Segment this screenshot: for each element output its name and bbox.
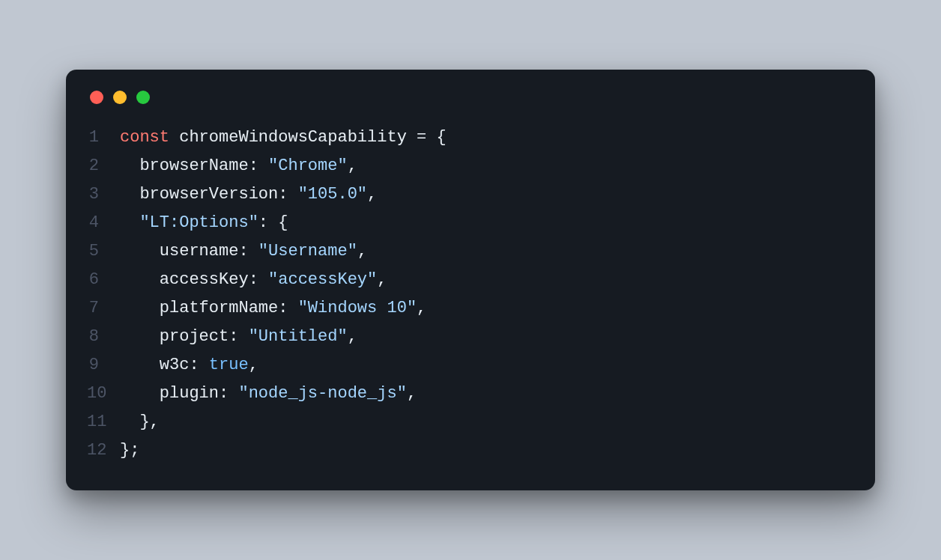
token-punct: : <box>278 299 297 317</box>
line-number: 8 <box>87 323 120 351</box>
code-line: 11 }, <box>87 408 854 436</box>
code-line: 5 username: "Username", <box>87 237 854 266</box>
traffic-lights <box>90 91 854 104</box>
token-punct: : <box>249 270 268 289</box>
token-indent <box>120 156 139 175</box>
token-punct: : <box>219 384 238 403</box>
token-punct: , <box>407 384 417 403</box>
token-variable: chromeWindowsCapability <box>179 128 407 147</box>
token-indent <box>120 242 160 261</box>
token-string: "Untitled" <box>249 327 348 346</box>
code-content: browserVersion: "105.0", <box>120 180 377 209</box>
line-number: 4 <box>87 209 120 237</box>
token-indent <box>120 384 160 403</box>
code-line: 4 "LT:Options": { <box>87 209 854 237</box>
token-indent <box>120 299 160 317</box>
token-punct: : { <box>258 213 288 232</box>
token-punct: , <box>377 270 387 289</box>
code-line: 6 accessKey: "accessKey", <box>87 266 854 294</box>
token-property: browserName <box>139 156 248 175</box>
line-number: 7 <box>87 294 120 323</box>
token-punct: , <box>348 327 357 346</box>
code-line: 12 }; <box>87 436 854 465</box>
code-area[interactable]: 1 const chromeWindowsCapability = { 2 br… <box>87 124 854 465</box>
token-string: "LT:Options" <box>139 213 258 232</box>
line-number: 3 <box>87 180 120 209</box>
token-punct: , <box>357 242 367 261</box>
line-number: 2 <box>87 152 120 180</box>
code-content: browserName: "Chrome", <box>120 152 357 180</box>
minimize-icon[interactable] <box>113 91 127 104</box>
token-indent <box>120 213 139 232</box>
line-number: 11 <box>87 408 120 436</box>
token-property: username <box>160 242 239 261</box>
code-content: w3c: true, <box>120 351 258 380</box>
line-number: 9 <box>87 351 120 380</box>
code-content: plugin: "node_js-node_js", <box>120 380 417 408</box>
line-number: 12 <box>87 436 120 465</box>
token-boolean: true <box>209 356 249 374</box>
token-property: accessKey <box>160 270 249 289</box>
token-string: "105.0" <box>298 185 367 204</box>
token-string: "node_js-node_js" <box>238 384 406 403</box>
token-indent <box>120 185 139 204</box>
token-string: "Windows 10" <box>298 299 417 317</box>
code-content: accessKey: "accessKey", <box>120 266 387 294</box>
token-indent <box>120 270 160 289</box>
code-content: const chromeWindowsCapability = { <box>120 124 447 152</box>
code-content: }, <box>120 408 160 436</box>
token-punct: : <box>229 327 248 346</box>
token-punct: }; <box>120 441 139 460</box>
token-property: plugin <box>160 384 219 403</box>
code-content: }; <box>120 436 139 465</box>
token-punct: , <box>249 356 258 374</box>
line-number: 6 <box>87 266 120 294</box>
token-punct: : <box>249 156 268 175</box>
token-property: platformName <box>160 299 278 317</box>
code-line: 3 browserVersion: "105.0", <box>87 180 854 209</box>
code-line: 8 project: "Untitled", <box>87 323 854 351</box>
code-content: username: "Username", <box>120 237 367 266</box>
code-content: platformName: "Windows 10", <box>120 294 426 323</box>
line-number: 5 <box>87 237 120 266</box>
code-content: "LT:Options": { <box>120 209 288 237</box>
code-line: 1 const chromeWindowsCapability = { <box>87 124 854 152</box>
editor-window: 1 const chromeWindowsCapability = { 2 br… <box>66 70 875 490</box>
token-punct: }, <box>120 413 160 431</box>
token-property: browserVersion <box>139 185 278 204</box>
code-line: 10 plugin: "node_js-node_js", <box>87 380 854 408</box>
maximize-icon[interactable] <box>136 91 150 104</box>
token-string: "Username" <box>258 242 357 261</box>
close-icon[interactable] <box>90 91 103 104</box>
code-line: 2 browserName: "Chrome", <box>87 152 854 180</box>
token-keyword: const <box>120 128 169 147</box>
code-line: 9 w3c: true, <box>87 351 854 380</box>
token-punct: : <box>278 185 297 204</box>
token-property: project <box>160 327 229 346</box>
token-punct: = { <box>407 128 447 147</box>
code-line: 7 platformName: "Windows 10", <box>87 294 854 323</box>
token-punct: , <box>367 185 377 204</box>
code-content: project: "Untitled", <box>120 323 357 351</box>
line-number: 10 <box>87 380 120 408</box>
line-number: 1 <box>87 124 120 152</box>
token-string: "accessKey" <box>268 270 377 289</box>
token-punct: : <box>238 242 258 261</box>
token-punct: : <box>189 356 208 374</box>
token-property: w3c <box>160 356 190 374</box>
token-punct: , <box>348 156 357 175</box>
token-indent <box>120 356 160 374</box>
token-space <box>169 128 179 147</box>
token-string: "Chrome" <box>268 156 348 175</box>
token-punct: , <box>417 299 426 317</box>
token-indent <box>120 327 160 346</box>
